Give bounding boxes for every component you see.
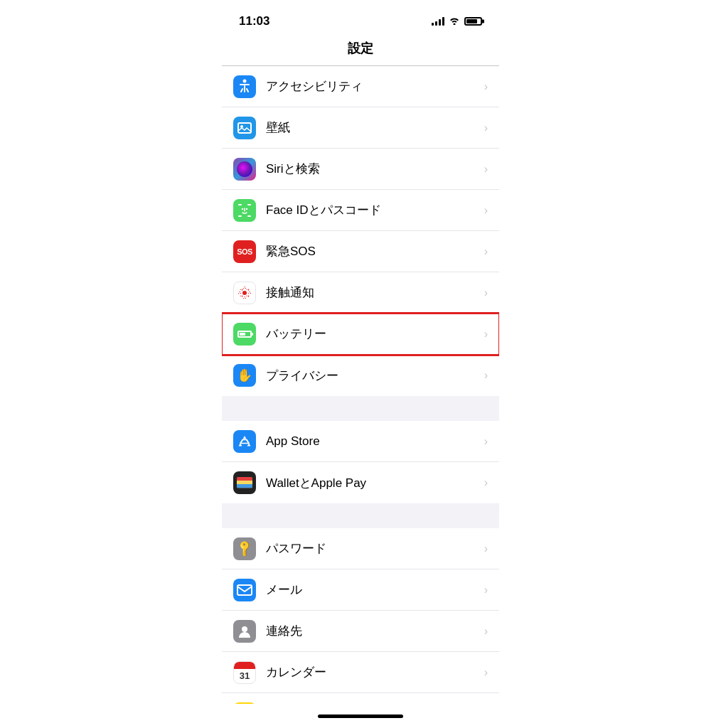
svg-point-10 (242, 291, 247, 295)
chevron-icon: › (484, 163, 488, 176)
svg-point-14 (249, 291, 251, 294)
settings-row-battery[interactable]: バッテリー › (222, 314, 499, 355)
svg-rect-5 (238, 215, 242, 217)
settings-row-wallet[interactable]: WalletとApple Pay › (222, 462, 499, 503)
status-icons (432, 16, 482, 27)
passwords-icon: 🔑 (233, 537, 256, 560)
nav-header: 設定 (222, 36, 499, 66)
svg-point-17 (240, 295, 242, 296)
siri-icon (233, 158, 256, 181)
svg-point-15 (240, 289, 242, 290)
svg-point-18 (247, 295, 248, 296)
notes-icon (233, 702, 256, 704)
svg-point-22 (242, 626, 247, 632)
wallpaper-icon (233, 117, 256, 139)
svg-point-7 (242, 208, 243, 209)
status-bar: 11:03 (222, 0, 499, 36)
wifi-icon (449, 16, 460, 27)
settings-section-3: 🔑 パスワード › メール › (222, 528, 499, 704)
svg-point-16 (247, 289, 248, 290)
settings-section-1: アクセシビリティ › 壁紙 › (222, 66, 499, 396)
sos-label: 緊急SOS (266, 243, 479, 259)
calendar-icon: 31 (233, 661, 256, 684)
page-title: 設定 (348, 41, 373, 55)
home-bar (318, 714, 403, 718)
settings-row-appstore[interactable]: App Store › (222, 421, 499, 462)
contacts-icon (233, 620, 256, 643)
privacy-icon: ✋ (233, 364, 256, 387)
chevron-icon: › (484, 328, 488, 341)
battery-label: バッテリー (266, 326, 479, 342)
siri-label: Siriと検索 (266, 161, 479, 177)
settings-row-notes[interactable]: メモ › (222, 693, 499, 704)
accessibility-icon (233, 75, 256, 98)
privacy-label: プライバシー (266, 368, 479, 384)
settings-section-2: App Store › WalletとApple Pay › (222, 421, 499, 503)
chevron-icon: › (484, 369, 488, 382)
svg-point-8 (246, 208, 247, 209)
appstore-icon (233, 430, 256, 453)
settings-row-exposure[interactable]: 接触通知 › (222, 272, 499, 314)
chevron-icon: › (484, 666, 488, 679)
faceid-label: Face IDとパスコード (266, 202, 479, 218)
svg-rect-6 (247, 215, 251, 217)
exposure-icon (233, 282, 256, 304)
chevron-icon: › (484, 204, 488, 217)
calendar-date: 31 (240, 670, 250, 681)
phone-frame: 11:03 設定 (222, 0, 499, 728)
svg-point-0 (243, 79, 247, 82)
settings-row-sos[interactable]: SOS 緊急SOS › (222, 231, 499, 272)
svg-point-13 (239, 291, 241, 294)
svg-rect-1 (238, 123, 251, 133)
settings-row-passwords[interactable]: 🔑 パスワード › (222, 528, 499, 569)
mail-icon (233, 579, 256, 601)
accessibility-label: アクセシビリティ (266, 78, 479, 95)
chevron-icon: › (484, 435, 488, 448)
faceid-icon (233, 199, 256, 222)
sos-icon: SOS (233, 240, 256, 263)
settings-row-faceid[interactable]: Face IDとパスコード › (222, 190, 499, 231)
settings-row-wallpaper[interactable]: 壁紙 › (222, 107, 499, 149)
status-time: 11:03 (239, 14, 269, 28)
sos-text: SOS (237, 247, 252, 256)
signal-icon (432, 17, 444, 26)
wallet-icon (233, 471, 256, 494)
settings-row-siri[interactable]: Siriと検索 › (222, 149, 499, 190)
appstore-label: App Store (266, 434, 479, 449)
settings-row-calendar[interactable]: 31 カレンダー › (222, 652, 499, 693)
chevron-icon: › (484, 476, 488, 489)
chevron-icon: › (484, 584, 488, 596)
exposure-label: 接触通知 (266, 284, 479, 301)
section-gap-1 (222, 396, 499, 421)
settings-row-accessibility[interactable]: アクセシビリティ › (222, 66, 499, 107)
section-gap-2 (222, 503, 499, 528)
svg-rect-3 (238, 204, 242, 205)
contacts-label: 連絡先 (266, 623, 479, 639)
settings-row-privacy[interactable]: ✋ プライバシー › (222, 355, 499, 396)
mail-label: メール (266, 582, 479, 598)
wallpaper-label: 壁紙 (266, 119, 479, 136)
passwords-label: パスワード (266, 540, 479, 557)
chevron-icon: › (484, 122, 488, 134)
settings-row-mail[interactable]: メール › (222, 569, 499, 611)
settings-list[interactable]: アクセシビリティ › 壁紙 › (222, 66, 499, 704)
battery-icon (233, 323, 256, 346)
svg-rect-21 (237, 585, 252, 595)
svg-point-12 (244, 296, 246, 299)
hand-symbol: ✋ (237, 368, 252, 383)
home-indicator (222, 704, 499, 728)
wallet-label: WalletとApple Pay (266, 475, 479, 491)
battery-status-icon (464, 17, 482, 26)
svg-rect-4 (247, 204, 251, 205)
chevron-icon: › (484, 542, 488, 555)
chevron-icon: › (484, 625, 488, 638)
chevron-icon: › (484, 245, 488, 258)
calendar-label: カレンダー (266, 664, 479, 680)
settings-row-contacts[interactable]: 連絡先 › (222, 611, 499, 652)
chevron-icon: › (484, 287, 488, 299)
chevron-icon: › (484, 80, 488, 93)
svg-point-11 (244, 287, 246, 289)
